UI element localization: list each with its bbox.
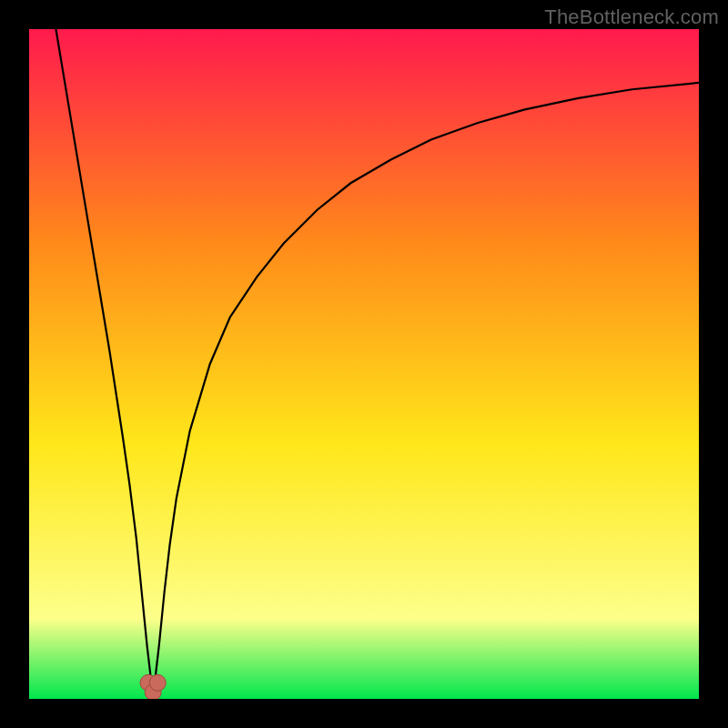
bottleneck-curve: [29, 29, 699, 699]
watermark-text: TheBottleneck.com: [544, 5, 719, 29]
chart-frame: TheBottleneck.com: [0, 0, 728, 728]
plot-area: [29, 29, 699, 699]
svg-point-3: [149, 674, 166, 691]
minimum-marker: [140, 674, 166, 699]
